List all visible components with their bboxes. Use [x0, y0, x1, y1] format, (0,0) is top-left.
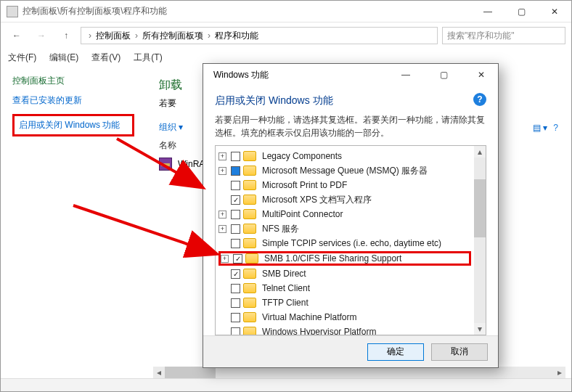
feature-checkbox[interactable]	[233, 254, 242, 264]
expand-spacer	[218, 328, 226, 335]
sidebar: 控制面板主页 查看已安装的更新 启用或关闭 Windows 功能	[1, 66, 146, 378]
nav-bar: ← → ↑ 控制面板 所有控制面板项 程序和功能 搜索"程序和功能"	[1, 23, 571, 49]
address-bar[interactable]: 控制面板 所有控制面板项 程序和功能	[81, 27, 438, 44]
dialog-close-button[interactable]: ✕	[465, 64, 498, 86]
folder-icon	[243, 151, 256, 161]
menu-tools[interactable]: 工具(T)	[134, 52, 162, 64]
folder-icon	[243, 180, 256, 190]
view-options-icon[interactable]: ▤ ▾	[533, 123, 547, 133]
organize-button[interactable]: 组织 ▾	[159, 121, 183, 134]
folder-icon	[243, 166, 256, 176]
expand-spacer	[218, 285, 226, 293]
feature-row[interactable]: +MultiPoint Connector	[217, 207, 473, 221]
search-input[interactable]: 搜索"程序和功能"	[442, 27, 565, 44]
features-vertical-scrollbar[interactable]: ▴▾	[474, 146, 486, 335]
nav-up-button[interactable]: ↑	[56, 25, 76, 46]
expand-spacer	[218, 240, 226, 248]
feature-checkbox[interactable]	[231, 298, 240, 308]
nav-forward-button[interactable]: →	[31, 25, 52, 46]
feature-row[interactable]: +Microsoft Message Queue (MSMQ) 服务器	[217, 163, 473, 178]
feature-row[interactable]: TFTP Client	[217, 295, 473, 310]
feature-checkbox[interactable]	[231, 152, 240, 161]
feature-row[interactable]: +NFS 服务	[217, 221, 473, 236]
feature-label: Legacy Components	[262, 151, 342, 161]
expand-toggle[interactable]: +	[218, 152, 226, 160]
minimize-button[interactable]: —	[471, 1, 504, 23]
feature-checkbox[interactable]	[231, 224, 240, 234]
feature-checkbox[interactable]	[231, 313, 240, 322]
folder-icon	[245, 253, 258, 264]
feature-label: Microsoft Print to PDF	[262, 180, 347, 190]
folder-icon	[243, 312, 256, 322]
feature-checkbox[interactable]	[231, 166, 240, 176]
expand-toggle[interactable]: +	[218, 167, 226, 175]
features-tree: +Legacy Components+Microsoft Message Que…	[215, 145, 486, 335]
feature-row[interactable]: Virtual Machine Platform	[217, 310, 473, 324]
menu-view[interactable]: 查看(V)	[91, 52, 120, 64]
folder-icon	[243, 238, 256, 248]
feature-row[interactable]: +Legacy Components	[217, 149, 473, 163]
menu-file[interactable]: 文件(F)	[8, 52, 36, 64]
expand-spacer	[218, 181, 226, 189]
breadcrumb-1[interactable]: 所有控制面板项	[142, 30, 203, 42]
feature-row[interactable]: SMB Direct	[217, 266, 473, 281]
feature-checkbox[interactable]	[231, 195, 240, 205]
feature-row[interactable]: Windows Hypervisor Platform	[217, 324, 473, 335]
feature-label: SMB 1.0/CIFS File Sharing Support	[264, 253, 401, 264]
feature-label: NFS 服务	[262, 223, 299, 235]
feature-checkbox[interactable]	[231, 327, 240, 335]
folder-icon	[243, 283, 256, 293]
expand-spacer	[218, 314, 226, 322]
feature-checkbox[interactable]	[231, 239, 240, 248]
feature-checkbox[interactable]	[231, 284, 240, 293]
cancel-button[interactable]: 取消	[431, 343, 488, 361]
feature-checkbox[interactable]	[231, 269, 240, 279]
feature-label: Virtual Machine Platform	[262, 312, 357, 322]
folder-icon	[243, 224, 256, 234]
menu-edit[interactable]: 编辑(E)	[49, 52, 78, 64]
feature-checkbox[interactable]	[231, 210, 240, 219]
feature-row[interactable]: +SMB 1.0/CIFS File Sharing Support	[218, 251, 471, 266]
feature-label: Windows Hypervisor Platform	[262, 327, 376, 335]
close-button[interactable]: ✕	[538, 1, 571, 23]
expand-toggle[interactable]: +	[218, 211, 226, 219]
feature-label: Microsoft XPS 文档写入程序	[262, 194, 372, 206]
feature-checkbox[interactable]	[231, 181, 240, 190]
dialog-maximize-button[interactable]: ▢	[427, 64, 460, 86]
expand-spacer	[218, 299, 226, 307]
main-titlebar: 控制面板\所有控制面板项\程序和功能 — ▢ ✕	[1, 1, 571, 23]
expand-toggle[interactable]: +	[221, 255, 229, 263]
ok-button[interactable]: 确定	[367, 343, 424, 361]
expand-toggle[interactable]: +	[218, 225, 226, 233]
folder-icon	[243, 195, 256, 205]
sidebar-link-windows-features[interactable]: 启用或关闭 Windows 功能	[12, 114, 134, 136]
folder-icon	[243, 327, 256, 335]
feature-label: Telnet Client	[262, 283, 310, 293]
feature-label: MultiPoint Connector	[262, 209, 343, 219]
dialog-titlebar: Windows 功能 — ▢ ✕	[203, 64, 498, 86]
status-bar	[1, 378, 571, 391]
breadcrumb-2[interactable]: 程序和功能	[215, 30, 258, 42]
expand-spacer	[218, 270, 226, 278]
breadcrumb-0[interactable]: 控制面板	[96, 30, 131, 42]
dialog-help-icon[interactable]: ?	[473, 93, 486, 106]
dialog-heading: 启用或关闭 Windows 功能	[215, 94, 473, 107]
help-icon[interactable]: ?	[553, 123, 558, 133]
sidebar-link-updates[interactable]: 查看已安装的更新	[12, 94, 134, 107]
feature-row[interactable]: Microsoft XPS 文档写入程序	[217, 192, 473, 207]
dialog-title: Windows 功能	[213, 69, 385, 81]
content-horizontal-scrollbar[interactable]: ◂▸	[153, 367, 565, 378]
window-title: 控制面板\所有控制面板项\程序和功能	[23, 5, 167, 17]
nav-back-button[interactable]: ←	[7, 25, 27, 46]
sidebar-heading[interactable]: 控制面板主页	[12, 75, 134, 87]
feature-row[interactable]: Microsoft Print to PDF	[217, 178, 473, 192]
windows-features-dialog: Windows 功能 — ▢ ✕ 启用或关闭 Windows 功能 ? 若要启用…	[203, 63, 499, 368]
expand-spacer	[218, 196, 226, 204]
feature-row[interactable]: Simple TCPIP services (i.e. echo, daytim…	[217, 236, 473, 250]
feature-row[interactable]: Telnet Client	[217, 281, 473, 295]
winrar-icon	[159, 158, 172, 171]
feature-label: SMB Direct	[262, 269, 306, 279]
maximize-button[interactable]: ▢	[504, 1, 538, 23]
dialog-minimize-button[interactable]: —	[389, 64, 422, 86]
search-placeholder: 搜索"程序和功能"	[447, 30, 515, 42]
